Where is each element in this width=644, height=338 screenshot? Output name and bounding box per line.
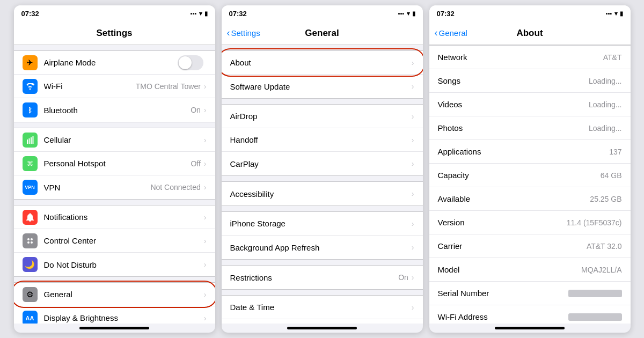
row-accessibility[interactable]: Accessibility › [222, 182, 423, 205]
about-row-serialnumber: Serial Number [429, 282, 631, 305]
row-wifi[interactable]: Wi-Fi TMO Central Tower › [14, 75, 215, 98]
carrier-label: Carrier [438, 241, 587, 251]
settings-content-1[interactable]: ✈ Airplane Mode Wi-Fi TMO Central Tower … [14, 45, 215, 324]
row-cellular[interactable]: Cellular › [14, 128, 215, 152]
row-label-bluetooth: Bluetooth [44, 106, 191, 115]
version-value: 11.4 (15F5037c) [567, 218, 622, 227]
svg-point-7 [31, 241, 33, 244]
hotspot-icon: ⌘ [23, 156, 38, 171]
restrictions-chevron: › [412, 273, 414, 282]
signal-icon-2: ▪▪▪ [398, 10, 405, 17]
row-label-notifications: Notifications [44, 212, 204, 222]
wifi-icon: ▾ [199, 10, 202, 17]
row-control[interactable]: Control Center › [14, 229, 215, 253]
nav-back-3[interactable]: ‹ General [435, 27, 467, 39]
wifiaddress-label: Wi-Fi Address [438, 312, 568, 321]
videos-label: Videos [438, 100, 589, 109]
row-label-datetime: Date & Time [230, 303, 412, 312]
airplane-icon: ✈ [23, 55, 38, 70]
row-label-backgroundapp: Background App Refresh [230, 243, 412, 252]
row-carplay[interactable]: CarPlay › [222, 152, 423, 175]
backgroundapp-chevron: › [412, 243, 414, 252]
about-row-photos: Photos Loading... [429, 116, 631, 140]
network-value: AT&T [603, 53, 622, 62]
row-donotdisturb[interactable]: 🌙 Do Not Disturb › [14, 253, 215, 276]
songs-label: Songs [438, 76, 589, 85]
row-display[interactable]: AA Display & Brightness › [14, 306, 215, 324]
row-airdrop[interactable]: AirDrop › [222, 105, 423, 128]
photos-value: Loading... [589, 124, 622, 133]
row-label-carplay: CarPlay [230, 159, 412, 168]
row-notifications[interactable]: Notifications › [14, 205, 215, 229]
row-softwareupdate[interactable]: Software Update › [222, 75, 423, 98]
row-label-airdrop: AirDrop [230, 112, 412, 121]
control-icon [23, 233, 38, 248]
svg-rect-2 [31, 137, 32, 144]
notifications-chevron: › [204, 213, 207, 222]
hotspot-value: Off [191, 159, 200, 168]
about-row-carrier: Carrier AT&T 32.0 [429, 234, 631, 258]
status-icons-3: ▪▪▪ ▾ ▮ [606, 10, 623, 17]
settings-content-2[interactable]: About › Software Update › AirDrop › Hand… [222, 45, 423, 324]
row-label-softwareupdate: Software Update [230, 82, 412, 91]
row-general[interactable]: ⚙ General › [14, 283, 215, 306]
row-vpn[interactable]: VPN VPN Not Connected › [14, 175, 215, 199]
network-label: Network [438, 53, 603, 62]
row-label-iphonestorage: iPhone Storage [230, 219, 412, 228]
home-indicator-3 [495, 327, 565, 329]
general-group-6: Date & Time › Keyboard › [222, 295, 423, 324]
battery-icon-2: ▮ [412, 10, 415, 17]
general-group-2: AirDrop › Handoff › CarPlay › [222, 104, 423, 176]
row-label-cellular: Cellular [44, 135, 204, 144]
wifi-chevron: › [204, 82, 207, 91]
row-datetime[interactable]: Date & Time › [222, 296, 423, 319]
back-chevron-2: ‹ [227, 27, 230, 39]
videos-value: Loading... [589, 100, 622, 109]
wifi-icon-row [23, 79, 38, 94]
about-content[interactable]: Network AT&T Songs Loading... Videos Loa… [429, 45, 631, 324]
general-icon: ⚙ [23, 287, 38, 302]
row-label-handoff: Handoff [230, 135, 412, 144]
row-label-about: About [230, 58, 412, 67]
row-bluetooth[interactable]: ᛒ Bluetooth On › [14, 98, 215, 122]
row-label-general: General [44, 290, 204, 299]
about-row-version: Version 11.4 (15F5037c) [429, 211, 631, 234]
time-2: 07:32 [229, 10, 247, 18]
row-keyboard[interactable]: Keyboard › [222, 319, 423, 324]
settings-group-4: ⚙ General › AA Display & Brightness › Wa… [14, 282, 215, 324]
vpn-icon: VPN [23, 180, 38, 195]
status-icons-2: ▪▪▪ ▾ ▮ [398, 10, 415, 17]
nav-back-label-2: Settings [231, 28, 260, 38]
airplane-toggle[interactable] [178, 55, 203, 70]
row-hotspot[interactable]: ⌘ Personal Hotspot Off › [14, 152, 215, 175]
general-group-4: iPhone Storage › Background App Refresh … [222, 211, 423, 260]
general-group-3: Accessibility › [222, 181, 423, 206]
svg-rect-3 [32, 136, 33, 144]
time-1: 07:32 [21, 10, 39, 18]
general-group-1: About › Software Update › [222, 50, 423, 99]
cellular-icon [23, 133, 38, 148]
row-about[interactable]: About › [222, 51, 423, 75]
row-handoff[interactable]: Handoff › [222, 128, 423, 152]
available-value: 25.25 GB [590, 195, 621, 203]
nav-back-2[interactable]: ‹ Settings [227, 27, 260, 39]
row-iphonestorage[interactable]: iPhone Storage › [222, 212, 423, 236]
svg-point-4 [27, 238, 30, 240]
datetime-chevron: › [412, 303, 414, 312]
settings-group-2: Cellular › ⌘ Personal Hotspot Off › VPN … [14, 128, 215, 200]
serialnumber-value [568, 290, 622, 297]
row-backgroundapp[interactable]: Background App Refresh › [222, 236, 423, 259]
display-chevron: › [204, 314, 207, 322]
row-airplane[interactable]: ✈ Airplane Mode [14, 51, 215, 75]
time-3: 07:32 [437, 10, 455, 18]
about-row-model: Model MQAJ2LL/A [429, 258, 631, 282]
available-label: Available [438, 194, 590, 203]
notifications-icon [23, 210, 38, 225]
row-restrictions[interactable]: Restrictions On › [222, 266, 423, 289]
wifi-icon-2: ▾ [407, 10, 410, 17]
about-row-songs: Songs Loading... [429, 69, 631, 93]
settings-group-1: ✈ Airplane Mode Wi-Fi TMO Central Tower … [14, 50, 215, 122]
carplay-chevron: › [412, 159, 414, 168]
bluetooth-value: On [191, 106, 201, 114]
vpn-chevron: › [204, 183, 207, 192]
